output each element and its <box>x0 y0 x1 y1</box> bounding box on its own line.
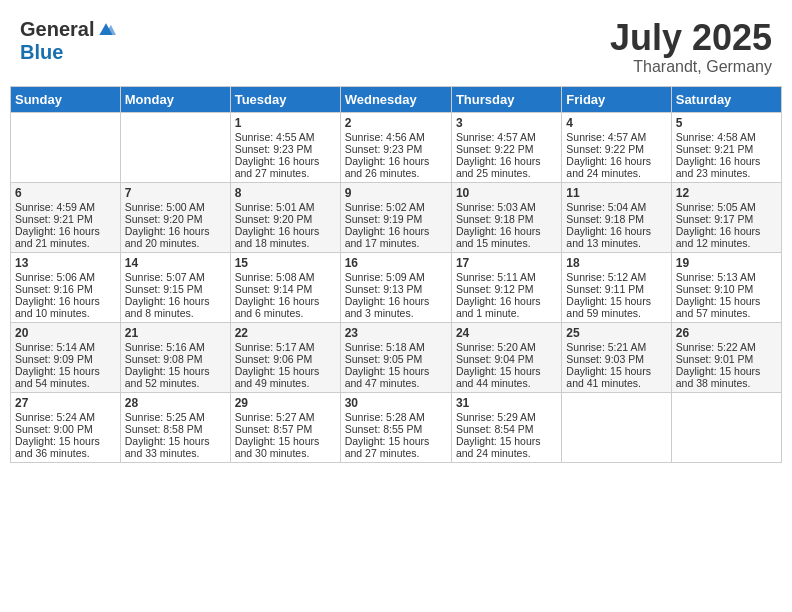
sunset-text: Sunset: 9:13 PM <box>345 283 447 295</box>
calendar-week-row: 1Sunrise: 4:55 AMSunset: 9:23 PMDaylight… <box>11 112 782 182</box>
calendar-cell: 28Sunrise: 5:25 AMSunset: 8:58 PMDayligh… <box>120 392 230 462</box>
day-of-week-header: Friday <box>562 86 671 112</box>
calendar-cell: 22Sunrise: 5:17 AMSunset: 9:06 PMDayligh… <box>230 322 340 392</box>
sunrise-text: Sunrise: 5:13 AM <box>676 271 777 283</box>
sunset-text: Sunset: 9:17 PM <box>676 213 777 225</box>
daylight-text: Daylight: 16 hours and 12 minutes. <box>676 225 777 249</box>
daylight-text: Daylight: 16 hours and 17 minutes. <box>345 225 447 249</box>
day-number: 28 <box>125 396 226 410</box>
sunrise-text: Sunrise: 5:17 AM <box>235 341 336 353</box>
sunset-text: Sunset: 9:22 PM <box>456 143 557 155</box>
calendar-table: SundayMondayTuesdayWednesdayThursdayFrid… <box>10 86 782 463</box>
daylight-text: Daylight: 16 hours and 3 minutes. <box>345 295 447 319</box>
sunset-text: Sunset: 8:57 PM <box>235 423 336 435</box>
sunrise-text: Sunrise: 5:01 AM <box>235 201 336 213</box>
daylight-text: Daylight: 16 hours and 15 minutes. <box>456 225 557 249</box>
day-number: 21 <box>125 326 226 340</box>
sunrise-text: Sunrise: 5:09 AM <box>345 271 447 283</box>
sunrise-text: Sunrise: 5:27 AM <box>235 411 336 423</box>
calendar-cell: 6Sunrise: 4:59 AMSunset: 9:21 PMDaylight… <box>11 182 121 252</box>
day-number: 9 <box>345 186 447 200</box>
sunrise-text: Sunrise: 5:12 AM <box>566 271 666 283</box>
sunset-text: Sunset: 9:22 PM <box>566 143 666 155</box>
sunrise-text: Sunrise: 5:02 AM <box>345 201 447 213</box>
day-number: 13 <box>15 256 116 270</box>
daylight-text: Daylight: 15 hours and 47 minutes. <box>345 365 447 389</box>
sunrise-text: Sunrise: 5:22 AM <box>676 341 777 353</box>
calendar-cell <box>671 392 781 462</box>
sunrise-text: Sunrise: 5:16 AM <box>125 341 226 353</box>
day-number: 18 <box>566 256 666 270</box>
day-number: 30 <box>345 396 447 410</box>
daylight-text: Daylight: 16 hours and 27 minutes. <box>235 155 336 179</box>
day-number: 12 <box>676 186 777 200</box>
sunset-text: Sunset: 9:20 PM <box>125 213 226 225</box>
day-number: 6 <box>15 186 116 200</box>
sunset-text: Sunset: 9:08 PM <box>125 353 226 365</box>
day-number: 26 <box>676 326 777 340</box>
sunrise-text: Sunrise: 4:56 AM <box>345 131 447 143</box>
sunrise-text: Sunrise: 5:11 AM <box>456 271 557 283</box>
daylight-text: Daylight: 15 hours and 44 minutes. <box>456 365 557 389</box>
sunset-text: Sunset: 9:15 PM <box>125 283 226 295</box>
daylight-text: Daylight: 16 hours and 6 minutes. <box>235 295 336 319</box>
day-of-week-header: Thursday <box>451 86 561 112</box>
logo: General Blue <box>20 18 116 64</box>
calendar-cell: 3Sunrise: 4:57 AMSunset: 9:22 PMDaylight… <box>451 112 561 182</box>
sunset-text: Sunset: 9:19 PM <box>345 213 447 225</box>
sunset-text: Sunset: 9:18 PM <box>456 213 557 225</box>
day-of-week-header: Tuesday <box>230 86 340 112</box>
sunset-text: Sunset: 9:20 PM <box>235 213 336 225</box>
sunrise-text: Sunrise: 5:21 AM <box>566 341 666 353</box>
calendar-week-row: 20Sunrise: 5:14 AMSunset: 9:09 PMDayligh… <box>11 322 782 392</box>
day-number: 14 <box>125 256 226 270</box>
calendar-cell: 26Sunrise: 5:22 AMSunset: 9:01 PMDayligh… <box>671 322 781 392</box>
calendar-cell: 30Sunrise: 5:28 AMSunset: 8:55 PMDayligh… <box>340 392 451 462</box>
daylight-text: Daylight: 16 hours and 13 minutes. <box>566 225 666 249</box>
day-number: 10 <box>456 186 557 200</box>
daylight-text: Daylight: 16 hours and 24 minutes. <box>566 155 666 179</box>
logo-icon <box>96 20 116 40</box>
calendar-cell: 4Sunrise: 4:57 AMSunset: 9:22 PMDaylight… <box>562 112 671 182</box>
daylight-text: Daylight: 15 hours and 30 minutes. <box>235 435 336 459</box>
calendar-cell: 29Sunrise: 5:27 AMSunset: 8:57 PMDayligh… <box>230 392 340 462</box>
day-number: 20 <box>15 326 116 340</box>
sunrise-text: Sunrise: 4:55 AM <box>235 131 336 143</box>
sunset-text: Sunset: 9:14 PM <box>235 283 336 295</box>
calendar-cell: 10Sunrise: 5:03 AMSunset: 9:18 PMDayligh… <box>451 182 561 252</box>
calendar-cell: 1Sunrise: 4:55 AMSunset: 9:23 PMDaylight… <box>230 112 340 182</box>
day-number: 29 <box>235 396 336 410</box>
calendar-cell: 31Sunrise: 5:29 AMSunset: 8:54 PMDayligh… <box>451 392 561 462</box>
daylight-text: Daylight: 16 hours and 20 minutes. <box>125 225 226 249</box>
daylight-text: Daylight: 15 hours and 41 minutes. <box>566 365 666 389</box>
day-number: 25 <box>566 326 666 340</box>
month-title: July 2025 <box>610 18 772 58</box>
sunrise-text: Sunrise: 5:00 AM <box>125 201 226 213</box>
calendar-cell: 20Sunrise: 5:14 AMSunset: 9:09 PMDayligh… <box>11 322 121 392</box>
calendar-week-row: 13Sunrise: 5:06 AMSunset: 9:16 PMDayligh… <box>11 252 782 322</box>
day-number: 17 <box>456 256 557 270</box>
daylight-text: Daylight: 15 hours and 49 minutes. <box>235 365 336 389</box>
daylight-text: Daylight: 15 hours and 54 minutes. <box>15 365 116 389</box>
day-number: 4 <box>566 116 666 130</box>
sunrise-text: Sunrise: 4:57 AM <box>566 131 666 143</box>
calendar-week-row: 6Sunrise: 4:59 AMSunset: 9:21 PMDaylight… <box>11 182 782 252</box>
daylight-text: Daylight: 15 hours and 24 minutes. <box>456 435 557 459</box>
calendar-cell: 15Sunrise: 5:08 AMSunset: 9:14 PMDayligh… <box>230 252 340 322</box>
daylight-text: Daylight: 15 hours and 52 minutes. <box>125 365 226 389</box>
daylight-text: Daylight: 16 hours and 8 minutes. <box>125 295 226 319</box>
sunset-text: Sunset: 9:23 PM <box>345 143 447 155</box>
calendar-cell: 2Sunrise: 4:56 AMSunset: 9:23 PMDaylight… <box>340 112 451 182</box>
day-number: 16 <box>345 256 447 270</box>
calendar-cell: 11Sunrise: 5:04 AMSunset: 9:18 PMDayligh… <box>562 182 671 252</box>
day-of-week-header: Monday <box>120 86 230 112</box>
day-number: 23 <box>345 326 447 340</box>
sunset-text: Sunset: 8:58 PM <box>125 423 226 435</box>
calendar-cell <box>120 112 230 182</box>
day-of-week-header: Wednesday <box>340 86 451 112</box>
calendar-cell: 13Sunrise: 5:06 AMSunset: 9:16 PMDayligh… <box>11 252 121 322</box>
day-number: 22 <box>235 326 336 340</box>
sunset-text: Sunset: 9:00 PM <box>15 423 116 435</box>
sunset-text: Sunset: 9:04 PM <box>456 353 557 365</box>
page-header: General Blue July 2025 Tharandt, Germany <box>10 10 782 80</box>
